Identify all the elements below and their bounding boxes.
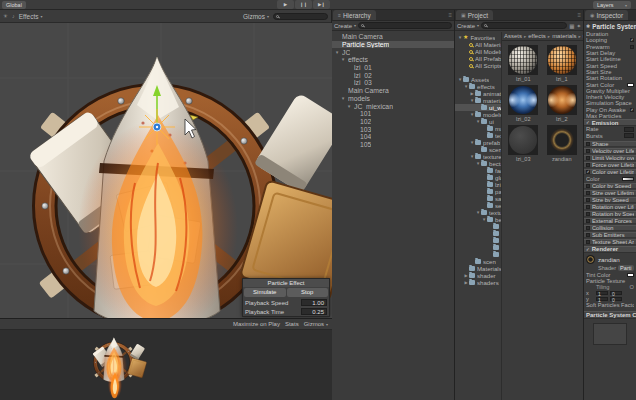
module-bar[interactable]: Size by Speed (584, 197, 636, 203)
offset-x-field[interactable]: 0 (610, 291, 622, 296)
module-checkbox[interactable] (586, 226, 590, 230)
gizmos-dropdown[interactable]: Gizmos▾ (243, 13, 269, 20)
hierarchy-search-input[interactable] (358, 22, 452, 29)
asset-item[interactable]: lzi_2 (543, 85, 582, 122)
project-tree-item[interactable]: ▼ models (455, 111, 501, 118)
property-row[interactable]: Bursts (584, 132, 636, 138)
effects-dropdown[interactable]: Effects▾ (19, 13, 43, 20)
color-swatch[interactable] (627, 83, 634, 87)
hierarchy-item[interactable]: ▼ models (332, 95, 454, 103)
project-tree-item[interactable]: sav (455, 195, 501, 202)
module-checkbox[interactable] (586, 191, 590, 195)
shader-dropdown[interactable]: Parti (618, 265, 634, 271)
property-row[interactable]: Start Rotation (584, 75, 636, 81)
pause-button[interactable]: ❙❙ (295, 0, 312, 9)
breadcrumb-item[interactable]: ui (576, 33, 583, 39)
game-gizmos-dropdown[interactable]: Gizmos▾ (304, 321, 328, 327)
particle-curves-header[interactable]: Particle System Cur (584, 311, 636, 319)
project-tree-item[interactable] (455, 69, 501, 76)
value-field[interactable] (624, 133, 634, 138)
create-button[interactable]: Create▾ (334, 23, 356, 29)
hierarchy-item[interactable]: lzi_01 (332, 64, 454, 72)
hierarchy-item[interactable]: 105 (332, 141, 454, 149)
project-tree-item[interactable]: mat (455, 125, 501, 132)
tiling-y-field[interactable]: 1 (596, 297, 608, 302)
project-tree-item[interactable]: glow (455, 174, 501, 181)
project-tree-item[interactable]: ▼ ui (455, 118, 501, 125)
simulate-button[interactable]: Simulate (244, 288, 286, 297)
playback-speed-field[interactable]: 1.00 (301, 299, 327, 306)
property-row[interactable]: Play On Awake ✓ (584, 107, 636, 113)
panel-menu-icon[interactable]: ≡ (448, 12, 452, 18)
module-bar[interactable]: Texture Sheet Animati (584, 239, 636, 245)
module-bar[interactable]: Color (584, 176, 636, 182)
project-tree-item[interactable]: ▼ materia (455, 97, 501, 104)
project-tree-item[interactable]: sell (455, 202, 501, 209)
project-tree-item[interactable]: s (455, 244, 501, 251)
hierarchy-item[interactable]: ▼ effects (332, 56, 454, 64)
stop-button[interactable]: Stop (287, 288, 329, 297)
property-row[interactable]: Looping ✓ (584, 37, 636, 43)
hierarchy-item[interactable]: Particle System (332, 41, 454, 49)
project-tree-item[interactable]: ▶ shader (455, 272, 501, 279)
property-row[interactable]: Max Particles (584, 113, 636, 119)
project-tree-item[interactable]: lzi (455, 181, 501, 188)
project-tree-item[interactable]: ▼ effects (455, 83, 501, 90)
hierarchy-item[interactable]: lzi_03 (332, 79, 454, 87)
asset-item[interactable]: lzi_02 (504, 85, 543, 122)
foldout-arrow[interactable]: ▼ (346, 104, 352, 109)
module-checkbox[interactable] (586, 198, 590, 202)
emission-module-header[interactable]: ✓ Emission (584, 119, 636, 126)
module-checkbox[interactable] (586, 205, 590, 209)
module-checkbox[interactable] (586, 163, 590, 167)
project-tree-item[interactable]: ▼ Favorites (455, 34, 501, 41)
module-bar[interactable]: Sub Emitters (584, 232, 636, 238)
module-bar[interactable]: Rotation by Speed (584, 211, 636, 217)
project-tree-item[interactable]: ▼ bec (455, 216, 501, 223)
hierarchy-item[interactable]: 102 (332, 118, 454, 126)
asset-item[interactable]: zandian (543, 125, 582, 162)
project-tree-item[interactable]: l (455, 237, 501, 244)
module-bar[interactable]: Size over Lifetime (584, 190, 636, 196)
checkbox[interactable]: ✓ (630, 38, 634, 42)
asset-item[interactable]: lzi_03 (504, 125, 543, 162)
curve-preview-box[interactable] (593, 323, 627, 345)
project-tree-item[interactable]: ▼ prefab (455, 139, 501, 146)
play-button[interactable]: ▶ (277, 0, 294, 9)
property-row[interactable]: Start Delay (584, 50, 636, 56)
project-tree-item[interactable]: ▶ shaders (455, 279, 501, 286)
property-row[interactable]: Rate (584, 126, 636, 132)
search-by-type-icon[interactable]: ▦ (569, 23, 574, 29)
project-tree-item[interactable]: All Models (455, 48, 501, 55)
module-checkbox[interactable] (586, 184, 590, 188)
layers-dropdown[interactable]: Layers▾ (593, 1, 631, 9)
maximize-on-play-toggle[interactable]: Maximize on Play (233, 321, 280, 327)
project-tree-item[interactable]: Materials (455, 265, 501, 272)
property-row[interactable]: Gravity Multiplier (584, 88, 636, 94)
project-tree-item[interactable]: scen (455, 258, 501, 265)
module-bar[interactable]: Force over Lifetime (584, 162, 636, 168)
project-tree-item[interactable]: scene (455, 146, 501, 153)
hierarchy-item[interactable]: 104 (332, 133, 454, 141)
module-checkbox[interactable] (586, 240, 590, 244)
module-checkbox[interactable] (586, 219, 590, 223)
checkbox[interactable]: ✓ (630, 108, 634, 112)
project-tree-item[interactable]: ▶ animati (455, 90, 501, 97)
tab-inspector[interactable]: ◉Inspector (585, 10, 628, 20)
lighting-icon[interactable]: ☀ (3, 13, 8, 19)
module-checkbox[interactable] (586, 149, 590, 153)
scene-canvas[interactable] (0, 23, 332, 318)
project-tree-item[interactable]: b (455, 230, 501, 237)
project-tree-item[interactable]: ui_wa (455, 104, 501, 111)
property-row[interactable]: Simulation Space (584, 100, 636, 106)
project-tree-item[interactable]: part (455, 188, 501, 195)
module-bar[interactable]: Shape (584, 141, 636, 147)
project-tree-item[interactable]: ▼ Assets (455, 76, 501, 83)
playback-time-field[interactable]: 0.25 (301, 308, 327, 315)
material-preview[interactable]: zandian (584, 253, 636, 265)
tab-hierarchy[interactable]: ≡Hierarchy (333, 10, 376, 20)
component-header[interactable]: ✱ Particle System (584, 21, 636, 31)
project-tree-item[interactable]: All Prefabs (455, 55, 501, 62)
project-search-input[interactable] (481, 22, 567, 29)
project-tree-item[interactable]: g (455, 223, 501, 230)
